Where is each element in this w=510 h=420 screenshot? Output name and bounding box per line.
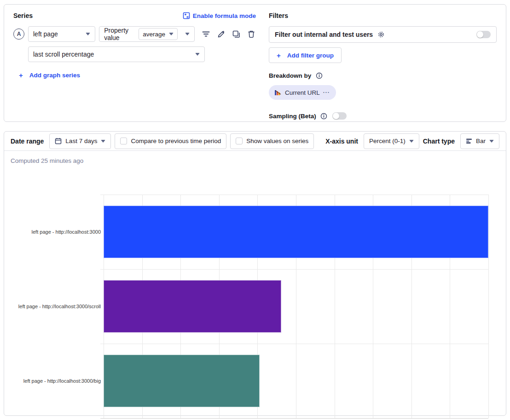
xaxis-unit-select[interactable]: Percent (0-1) <box>364 133 419 149</box>
chart-type-select[interactable]: Bar <box>460 133 499 149</box>
compare-checkbox-button[interactable]: Compare to previous time period <box>115 133 226 149</box>
plot-area: 0%10%20%30%40%50%60%70%80%90%100%left pa… <box>104 195 488 418</box>
chevron-down-icon <box>185 33 190 35</box>
bar-2[interactable] <box>104 355 260 407</box>
series-section: Series Enable formula mode A left page P… <box>13 11 256 115</box>
breakdown-current-url-chip[interactable]: Current URL ··· <box>269 85 336 100</box>
calculator-icon <box>183 12 190 19</box>
duplicate-icon[interactable] <box>232 29 241 39</box>
category-label: left page - http://localhost:3000/scroll <box>0 304 101 309</box>
row-gridline <box>100 269 488 270</box>
chevron-down-icon <box>195 53 200 56</box>
show-values-checkbox[interactable] <box>236 138 243 144</box>
math-select[interactable]: Property value average <box>99 26 195 42</box>
chart-panel: Date range Last 7 days Compare to previo… <box>4 131 506 416</box>
show-values-checkbox-button[interactable]: Show values on series <box>230 133 314 149</box>
more-options-icon[interactable]: ··· <box>323 89 330 96</box>
chart-area: Computed 25 minutes ago 0%10%20%30%40%50… <box>4 151 506 416</box>
trends-mini-icon <box>275 90 282 95</box>
scroll-property-select[interactable]: last scroll percentage <box>28 46 205 62</box>
date-range-select[interactable]: Last 7 days <box>49 133 111 149</box>
filters-title: Filters <box>269 12 288 19</box>
bar-1[interactable] <box>104 280 281 333</box>
add-graph-series-link[interactable]: + Add graph series <box>19 71 80 79</box>
sampling-label: Sampling (Beta) <box>269 113 316 120</box>
internal-users-toggle[interactable] <box>476 31 491 38</box>
enable-formula-mode-link[interactable]: Enable formula mode <box>183 12 256 19</box>
chart-type-label: Chart type <box>423 138 455 145</box>
chevron-down-icon <box>409 140 414 143</box>
edit-pencil-icon[interactable] <box>216 29 226 39</box>
add-filter-group-button[interactable]: + Add filter group <box>269 47 342 63</box>
chevron-down-icon <box>101 140 105 143</box>
xaxis-unit-label: X-axis unit <box>325 138 358 145</box>
info-icon[interactable] <box>314 71 324 80</box>
breakdown-by-label: Breakdown by <box>269 72 311 79</box>
aggregation-select[interactable]: average <box>139 28 178 40</box>
x-gridline <box>488 195 489 418</box>
sampling-toggle[interactable] <box>332 112 347 120</box>
row-gridline <box>100 344 488 344</box>
row-gridline <box>100 195 488 195</box>
calendar-icon <box>55 138 62 144</box>
internal-users-filter-row: Filter out internal and test users <box>269 26 497 43</box>
bar-chart-icon <box>466 138 472 144</box>
computed-timestamp: Computed 25 minutes ago <box>11 157 83 164</box>
query-editor-panel: Series Enable formula mode A left page P… <box>4 4 506 122</box>
category-label: left page - http://localhost:3000/big <box>0 378 101 384</box>
delete-trash-icon[interactable] <box>247 29 256 39</box>
chevron-down-icon <box>489 140 494 143</box>
date-range-label: Date range <box>11 138 44 145</box>
series-title: Series <box>13 12 33 19</box>
bar-0[interactable] <box>104 206 488 258</box>
chart-controls-bar: Date range Last 7 days Compare to previo… <box>4 132 506 151</box>
series-badge-a[interactable]: A <box>13 29 24 40</box>
chevron-down-icon <box>169 33 174 35</box>
filters-section: Filters Filter out internal and test use… <box>256 11 497 115</box>
compare-checkbox[interactable] <box>120 138 127 144</box>
category-label: left page - http://localhost:3000 <box>0 229 101 235</box>
insight-page: Series Enable formula mode A left page P… <box>0 0 510 420</box>
event-select[interactable]: left page <box>28 26 95 42</box>
x-axis-line <box>100 418 488 419</box>
chevron-down-icon <box>86 33 90 35</box>
filter-icon[interactable] <box>201 29 210 39</box>
info-icon[interactable] <box>319 111 329 121</box>
gear-icon[interactable] <box>377 30 386 39</box>
